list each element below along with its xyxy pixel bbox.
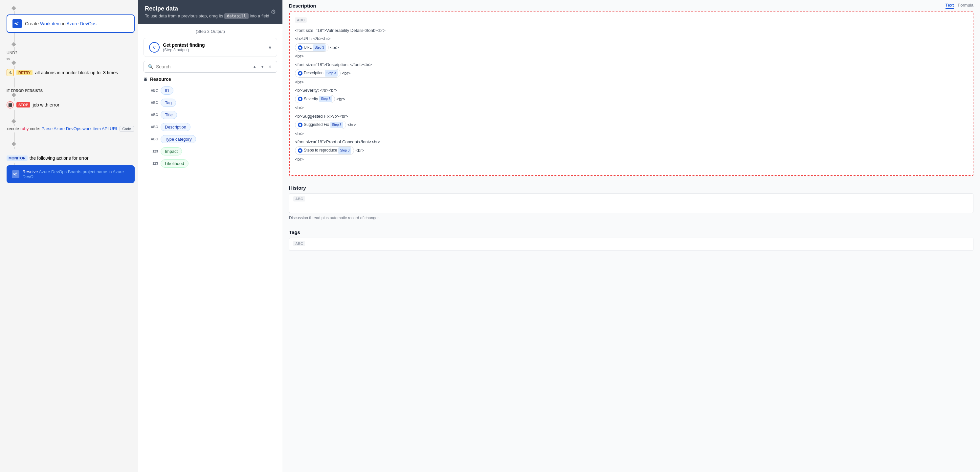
data-pill-item[interactable]: Title bbox=[161, 111, 177, 119]
step-badge: Step 3 bbox=[325, 70, 337, 77]
search-input[interactable] bbox=[156, 64, 248, 69]
pill-type-label: ABC bbox=[149, 137, 158, 141]
resolve-link1[interactable]: Azure DevOps Boards project name bbox=[39, 169, 107, 174]
resource-item: ABCID bbox=[143, 85, 277, 97]
data-pill-item[interactable]: Description bbox=[161, 123, 191, 131]
pentest-sub: (Step 3 output) bbox=[163, 48, 205, 52]
create-work-item-node[interactable]: Create Work item in Azure DevOps bbox=[6, 14, 135, 33]
resource-item: 123Likelihood bbox=[143, 158, 277, 170]
retry-row: ⚠ RETRY all actions in monitor block up … bbox=[6, 69, 135, 76]
ound-label: UND? bbox=[6, 51, 135, 55]
right-panel: Description Text Formula ABC <font size=… bbox=[282, 0, 980, 472]
history-hint: Discussion thread plus automatic record … bbox=[289, 215, 974, 220]
text-formula-tabs: Text Formula bbox=[945, 3, 974, 9]
resource-header: ⊞ Resource bbox=[143, 77, 277, 82]
html-text: <br> bbox=[295, 78, 304, 86]
editor-html-line: <b>Severity: </b><br> bbox=[295, 86, 967, 94]
pentest-chevron[interactable]: ∨ bbox=[268, 45, 272, 50]
azure-devops-link[interactable]: Azure DevOps bbox=[67, 21, 97, 26]
data-pill-item[interactable]: Tag bbox=[161, 99, 176, 107]
connector2 bbox=[14, 47, 14, 51]
connector5 bbox=[14, 98, 14, 101]
connector4 bbox=[14, 78, 14, 88]
step-badge: Step 3 bbox=[313, 45, 326, 51]
azure-devops-icon bbox=[13, 19, 22, 28]
create-work-item-text: Create Work item in Azure DevOps bbox=[25, 21, 97, 26]
html-text: <br> bbox=[295, 52, 304, 60]
diamond3 bbox=[11, 93, 16, 97]
stop-icon: ⬛ bbox=[6, 101, 14, 108]
search-bar: 🔍 ▲ ▼ ✕ bbox=[143, 61, 277, 73]
tab-text[interactable]: Text bbox=[945, 3, 954, 9]
editor-html-line: <br> bbox=[295, 78, 967, 86]
svg-point-4 bbox=[299, 150, 301, 151]
pill-circle-icon bbox=[298, 148, 302, 153]
search-down-btn[interactable]: ▼ bbox=[259, 64, 266, 70]
connector6 bbox=[14, 110, 14, 120]
resource-item: ABCTag bbox=[143, 97, 277, 109]
tab-formula[interactable]: Formula bbox=[958, 3, 974, 9]
inline-datapill[interactable]: Steps to reproduceStep 3 bbox=[295, 146, 354, 155]
data-pill-item[interactable]: Likelihood bbox=[161, 159, 189, 167]
resolve-icon bbox=[12, 170, 19, 178]
ruby-link[interactable]: ruby bbox=[21, 126, 29, 131]
execute-text: code: bbox=[30, 126, 41, 131]
resource-section: ⊞ Resource ABCIDABCTagABCTitleABCDescrip… bbox=[143, 77, 277, 170]
retry-times-link[interactable]: 3 times bbox=[103, 70, 118, 75]
svg-point-2 bbox=[299, 98, 301, 100]
pentest-name: Get pentest finding bbox=[163, 42, 205, 48]
pill-label: URL bbox=[304, 44, 312, 51]
retry-badge: RETRY bbox=[16, 70, 32, 75]
inline-datapill[interactable]: URLStep 3 bbox=[295, 43, 329, 52]
resolve-node[interactable]: Resolve Azure DevOps Boards project name… bbox=[6, 165, 135, 183]
html-text: <b>Severity: </b><br> bbox=[295, 86, 337, 94]
pill-circle-icon bbox=[298, 45, 302, 50]
pill-type-label: ABC bbox=[149, 89, 158, 92]
inline-datapill[interactable]: Suggested FixStep 3 bbox=[295, 121, 346, 129]
execute-pre: xecute bbox=[6, 126, 19, 131]
parse-link[interactable]: Parse Azure DevOps work item API URL bbox=[41, 126, 118, 131]
diamond4 bbox=[11, 119, 16, 124]
editor-html-line: <br> bbox=[295, 52, 967, 60]
data-pill-item[interactable]: Type category bbox=[161, 135, 196, 143]
description-editor[interactable]: ABC <font size="18">Vulnerability Detail… bbox=[289, 11, 974, 176]
resource-title: Resource bbox=[150, 77, 171, 82]
description-title: Description bbox=[289, 3, 316, 8]
search-clear-btn[interactable]: ✕ bbox=[267, 64, 273, 70]
pill-label: Suggested Fix bbox=[304, 121, 329, 129]
step-badge: Step 3 bbox=[330, 121, 343, 128]
search-up-btn[interactable]: ▲ bbox=[251, 64, 258, 70]
execute-row: xecute ruby code: Parse Azure DevOps wor… bbox=[6, 126, 135, 131]
html-text: <br> bbox=[295, 155, 304, 163]
settings-icon[interactable]: ⚙ bbox=[270, 8, 276, 16]
editor-html-line: <br> bbox=[295, 130, 967, 137]
resource-item: ABCType category bbox=[143, 133, 277, 145]
resource-items: ABCIDABCTagABCTitleABCDescriptionABCType… bbox=[143, 85, 277, 170]
stop-row: ⬛ STOP job with error bbox=[6, 101, 135, 108]
editor-html-line: <font size="18">Description: </font><br> bbox=[295, 61, 967, 69]
pill-type-label: 123 bbox=[149, 162, 158, 165]
resource-item: ABCDescription bbox=[143, 121, 277, 133]
get-pentest-section: C Get pentest finding (Step 3 output) ∨ bbox=[143, 38, 277, 57]
connector9 bbox=[14, 147, 14, 149]
es-label: es bbox=[6, 57, 135, 61]
resolve-text: Resolve Azure DevOps Boards project name… bbox=[23, 169, 129, 179]
inline-datapill[interactable]: DescriptionStep 3 bbox=[295, 69, 340, 78]
pill-type-label: ABC bbox=[149, 113, 158, 117]
pill-suffix: <br> bbox=[342, 69, 351, 77]
get-pentest-header[interactable]: C Get pentest finding (Step 3 output) ∨ bbox=[144, 38, 277, 57]
history-section: History ABC Discussion thread plus autom… bbox=[289, 182, 974, 220]
editor-html-line: <br> bbox=[295, 155, 967, 163]
pill-type-label: ABC bbox=[149, 101, 158, 105]
inline-datapill[interactable]: SeverityStep 3 bbox=[295, 95, 335, 104]
pentest-info: Get pentest finding (Step 3 output) bbox=[163, 42, 205, 52]
abc-label: ABC bbox=[295, 18, 307, 23]
work-item-link[interactable]: Work item bbox=[40, 21, 61, 26]
connector1 bbox=[14, 33, 14, 43]
datapill-badge: datapill bbox=[224, 13, 248, 19]
data-pill-item[interactable]: Impact bbox=[161, 147, 182, 155]
monitor-text: the following actions for error bbox=[30, 155, 89, 161]
monitor-row: MONITOR the following actions for error bbox=[6, 155, 135, 161]
data-pill-item[interactable]: ID bbox=[161, 86, 173, 95]
editor-pill-line: URLStep 3<br> bbox=[295, 43, 967, 52]
